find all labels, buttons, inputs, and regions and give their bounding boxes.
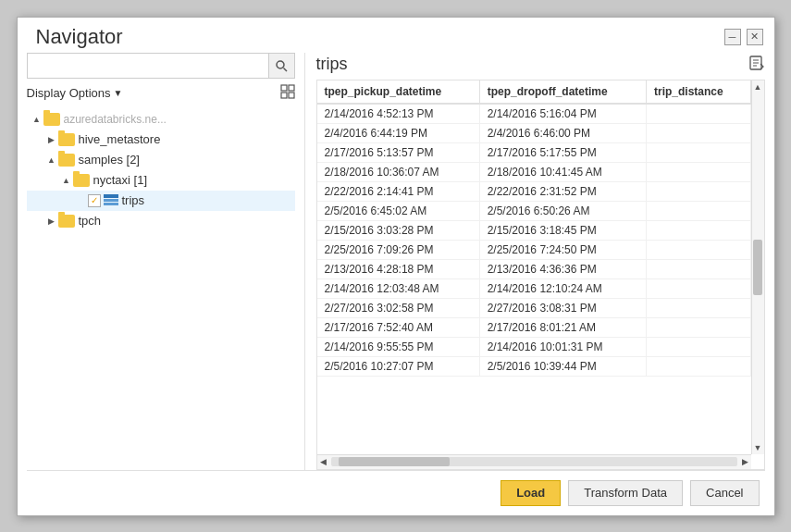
hive-label: hive_metastore	[79, 132, 161, 146]
table-cell: 2/14/2016 5:16:04 PM	[479, 104, 646, 124]
folder-icon-samples	[58, 154, 75, 167]
folder-icon-tpch	[58, 215, 75, 228]
table-cell: 2/14/2016 12:10:24 AM	[479, 278, 646, 298]
nyctaxi-label: nyctaxi [1]	[93, 173, 148, 187]
expand-tpch: ▶	[45, 217, 58, 226]
table-cell	[646, 278, 750, 298]
table-cell	[646, 201, 750, 220]
table-cell: 2/14/2016 12:03:48 AM	[317, 278, 480, 298]
table-row: 2/18/2016 10:36:07 AM2/18/2016 10:41:45 …	[317, 162, 751, 181]
tree-area: ▲ azuredatabricks.ne... ▶ hive_metastore…	[27, 109, 295, 470]
scroll-thumb-vertical	[753, 240, 762, 295]
table-row: 2/13/2016 4:28:18 PM2/13/2016 4:36:36 PM	[317, 259, 751, 278]
close-button[interactable]: ✕	[747, 29, 763, 45]
dialog-title: Navigator	[36, 25, 123, 49]
table-cell: 2/27/2016 3:08:31 PM	[479, 298, 646, 317]
samples-label: samples [2]	[79, 153, 140, 167]
view-icon	[280, 84, 295, 99]
folder-icon-hive	[58, 133, 75, 146]
table-row: 2/17/2016 5:13:57 PM2/17/2016 5:17:55 PM	[317, 142, 751, 162]
display-options-arrow: ▼	[114, 88, 123, 98]
table-cell	[646, 123, 750, 142]
trips-checkbox[interactable]: ✓	[88, 194, 101, 207]
expand-samples: ▲	[45, 155, 58, 165]
table-cell: 2/4/2016 6:46:00 PM	[479, 123, 646, 142]
folder-icon-nyctaxi	[73, 174, 90, 187]
table-body: 2/14/2016 4:52:13 PM2/14/2016 5:16:04 PM…	[317, 104, 751, 377]
table-cell	[646, 142, 750, 162]
footer: Load Transform Data Cancel	[18, 471, 774, 515]
table-cell: 2/14/2016 4:52:13 PM	[317, 104, 480, 124]
table-cell: 2/5/2016 6:45:02 AM	[317, 201, 480, 220]
table-cell: 2/18/2016 10:36:07 AM	[317, 162, 480, 181]
svg-point-0	[277, 61, 284, 68]
table-cell: 2/13/2016 4:28:18 PM	[317, 259, 480, 278]
table-icon-trips	[104, 194, 118, 207]
tree-node-root[interactable]: ▲ azuredatabricks.ne...	[27, 109, 295, 130]
folder-icon-root	[43, 113, 60, 126]
scroll-left-arrow[interactable]: ◀	[317, 457, 329, 466]
table-cell: 2/25/2016 7:09:26 PM	[317, 240, 480, 259]
export-icon	[748, 55, 765, 71]
expand-nyctaxi: ▲	[60, 176, 73, 185]
table-row: 2/14/2016 9:55:55 PM2/14/2016 10:01:31 P…	[317, 337, 751, 356]
table-cell: 2/17/2016 7:52:40 AM	[317, 317, 480, 337]
table-cell	[646, 181, 750, 201]
tree-node-samples[interactable]: ▲ samples [2]	[27, 150, 295, 170]
search-bar	[27, 53, 295, 79]
table-cell: 2/15/2016 3:18:45 PM	[479, 220, 646, 240]
tree-node-nyctaxi[interactable]: ▲ nyctaxi [1]	[27, 170, 295, 191]
preview-export-button[interactable]	[748, 55, 765, 74]
table-cell: 2/4/2016 6:44:19 PM	[317, 123, 480, 142]
cancel-button[interactable]: Cancel	[690, 480, 759, 506]
navigator-dialog: Navigator ─ ✕ Display Options	[17, 17, 775, 516]
tree-node-tpch[interactable]: ▶ tpch	[27, 211, 295, 231]
table-cell	[646, 220, 750, 240]
table-cell: 2/17/2016 5:13:57 PM	[317, 142, 480, 162]
col-header-distance: trip_distance	[646, 80, 750, 104]
minimize-button[interactable]: ─	[724, 29, 741, 45]
tree-view-icon-button[interactable]	[280, 84, 295, 102]
col-header-pickup: tpep_pickup_datetime	[317, 80, 480, 104]
scroll-down-arrow[interactable]: ▼	[754, 443, 762, 452]
table-cell	[646, 337, 750, 356]
svg-rect-2	[281, 85, 287, 91]
col-header-dropoff: tpep_dropoff_datetime	[479, 80, 646, 104]
right-panel: trips tpe	[304, 53, 765, 470]
title-bar: Navigator ─ ✕	[18, 18, 774, 53]
vertical-scrollbar[interactable]: ▲ ▼	[751, 80, 764, 454]
table-cell: 2/5/2016 10:27:07 PM	[317, 356, 480, 376]
trips-label: trips	[122, 193, 145, 207]
svg-rect-4	[281, 93, 287, 98]
scroll-right-arrow[interactable]: ▶	[739, 457, 751, 466]
load-button[interactable]: Load	[501, 480, 561, 506]
table-cell: 2/17/2016 5:17:55 PM	[479, 142, 646, 162]
table-cell	[646, 298, 750, 317]
table-row: 2/25/2016 7:09:26 PM2/25/2016 7:24:50 PM	[317, 240, 751, 259]
root-label: azuredatabricks.ne...	[64, 113, 167, 126]
display-options-label: Display Options	[27, 86, 111, 100]
table-cell: 2/15/2016 3:03:28 PM	[317, 220, 480, 240]
table-cell	[646, 317, 750, 337]
table-cell: 2/13/2016 4:36:36 PM	[479, 259, 646, 278]
display-options-button[interactable]: Display Options ▼	[27, 86, 123, 100]
scroll-up-arrow[interactable]: ▲	[754, 82, 762, 92]
table-row: 2/17/2016 7:52:40 AM2/17/2016 8:01:21 AM	[317, 317, 751, 337]
preview-header: trips	[316, 53, 765, 74]
search-button[interactable]	[268, 54, 294, 78]
search-input[interactable]	[28, 56, 268, 74]
h-scroll-thumb	[339, 457, 450, 466]
svg-rect-5	[289, 93, 294, 98]
table-cell	[646, 356, 750, 376]
transform-button[interactable]: Transform Data	[568, 480, 683, 506]
tree-node-trips[interactable]: ✓ trips	[27, 191, 295, 211]
table-scroll-area[interactable]: tpep_pickup_datetime tpep_dropoff_dateti…	[317, 80, 764, 454]
table-cell: 2/17/2016 8:01:21 AM	[479, 317, 646, 337]
table-row: 2/14/2016 12:03:48 AM2/14/2016 12:10:24 …	[317, 278, 751, 298]
table-row: 2/22/2016 2:14:41 PM2/22/2016 2:31:52 PM	[317, 181, 751, 201]
tree-node-hive[interactable]: ▶ hive_metastore	[27, 130, 295, 150]
expand-root: ▲	[31, 115, 43, 124]
horizontal-scrollbar[interactable]: ◀ ▶	[317, 454, 751, 469]
table-cell	[646, 240, 750, 259]
table-cell	[646, 259, 750, 278]
